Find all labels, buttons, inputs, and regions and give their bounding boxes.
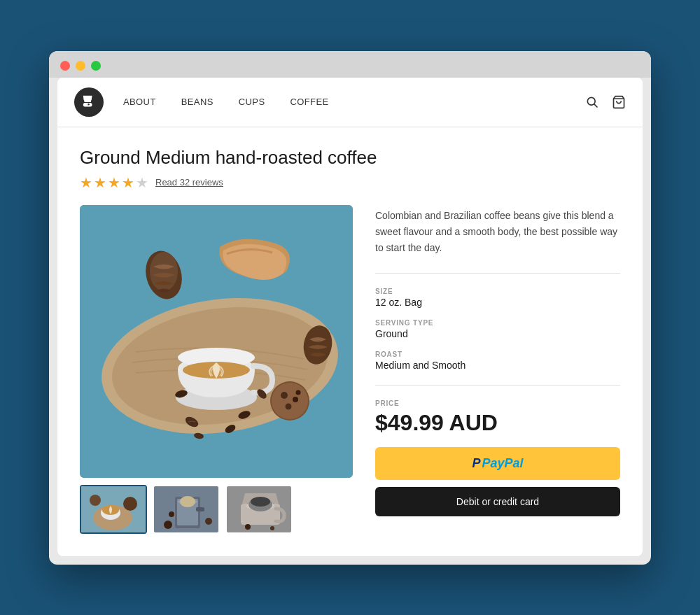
star-3: ★ <box>108 174 120 191</box>
image-section <box>80 205 353 534</box>
svg-point-21 <box>286 403 292 409</box>
paypal-p2: PayPal <box>482 456 523 471</box>
browser-window: ABOUT BEANS CUPS COFFEE Ground Medium ha… <box>49 51 651 565</box>
svg-point-47 <box>270 526 274 530</box>
product-page: Ground Medium hand-roasted coffee ★ ★ ★ … <box>57 127 643 556</box>
spec-size-label: SIZE <box>375 288 620 295</box>
price-value: $49.99 AUD <box>375 410 620 436</box>
svg-rect-37 <box>196 507 204 511</box>
thumbnail-1[interactable] <box>80 485 147 534</box>
paypal-logo: PPayPal <box>472 456 523 471</box>
card-button[interactable]: Debit or credit card <box>375 487 620 516</box>
nav-link-about[interactable]: ABOUT <box>123 97 156 107</box>
nav-links: ABOUT BEANS CUPS COFFEE <box>123 97 585 107</box>
spec-size-value: 12 oz. Bag <box>375 297 620 308</box>
product-description: Colombian and Brazilian coffee beans giv… <box>375 208 620 256</box>
review-link[interactable]: Read 32 reviews <box>155 177 223 188</box>
divider-2 <box>375 385 620 386</box>
svg-point-31 <box>90 495 101 506</box>
thumbnail-3[interactable] <box>225 485 293 534</box>
paypal-p1: P <box>472 456 480 471</box>
nav-link-beans[interactable]: BEANS <box>181 97 214 107</box>
spec-roast: ROAST Medium and Smooth <box>375 351 620 371</box>
product-image-svg <box>80 205 353 478</box>
minimize-button[interactable] <box>76 61 85 71</box>
svg-line-3 <box>594 104 598 107</box>
browser-titlebar <box>49 51 651 78</box>
svg-rect-1 <box>90 96 91 98</box>
thumbnails <box>80 485 353 534</box>
thumbnail-2[interactable] <box>153 485 220 534</box>
divider-1 <box>375 273 620 274</box>
nav-link-coffee[interactable]: COFFEE <box>290 97 328 107</box>
cart-icon[interactable] <box>612 95 626 109</box>
svg-point-30 <box>123 497 137 511</box>
svg-point-18 <box>272 383 308 419</box>
svg-point-46 <box>245 524 251 530</box>
search-icon[interactable] <box>585 95 599 109</box>
star-1: ★ <box>80 174 92 191</box>
svg-point-39 <box>205 518 212 525</box>
spec-size: SIZE 12 oz. Bag <box>375 288 620 308</box>
star-rating: ★ ★ ★ ★ ★ <box>80 174 148 191</box>
nav-icons <box>585 95 626 109</box>
details-section: Colombian and Brazilian coffee beans giv… <box>375 205 620 534</box>
spec-roast-value: Medium and Smooth <box>375 360 620 371</box>
product-title: Ground Medium hand-roasted coffee <box>80 147 620 169</box>
spec-roast-label: ROAST <box>375 351 620 358</box>
browser-content: ABOUT BEANS CUPS COFFEE Ground Medium ha… <box>57 78 643 556</box>
svg-point-20 <box>293 397 298 402</box>
star-2: ★ <box>94 174 106 191</box>
svg-point-2 <box>587 97 595 105</box>
product-body: Colombian and Brazilian coffee beans giv… <box>80 205 620 534</box>
spec-serving-value: Ground <box>375 328 620 339</box>
svg-point-45 <box>251 497 270 507</box>
maximize-button[interactable] <box>91 61 101 71</box>
svg-point-40 <box>169 511 174 517</box>
price-section: PRICE $49.99 AUD <box>375 400 620 436</box>
close-button[interactable] <box>60 61 70 71</box>
main-product-image <box>80 205 353 478</box>
svg-point-36 <box>180 496 195 507</box>
svg-point-19 <box>281 392 288 399</box>
star-5: ★ <box>136 174 148 191</box>
svg-point-38 <box>164 521 172 529</box>
rating-row: ★ ★ ★ ★ ★ Read 32 reviews <box>80 174 620 191</box>
price-label: PRICE <box>375 400 620 407</box>
nav-link-cups[interactable]: CUPS <box>239 97 265 107</box>
spec-serving: SERVING TYPE Ground <box>375 319 620 339</box>
spec-serving-label: SERVING TYPE <box>375 319 620 327</box>
paypal-button[interactable]: PPayPal <box>375 447 620 480</box>
star-4: ★ <box>122 174 134 191</box>
svg-rect-0 <box>87 96 88 98</box>
navbar: ABOUT BEANS CUPS COFFEE <box>57 78 643 127</box>
site-logo[interactable] <box>74 87 104 117</box>
svg-point-22 <box>296 390 301 395</box>
logo-icon <box>81 94 97 110</box>
